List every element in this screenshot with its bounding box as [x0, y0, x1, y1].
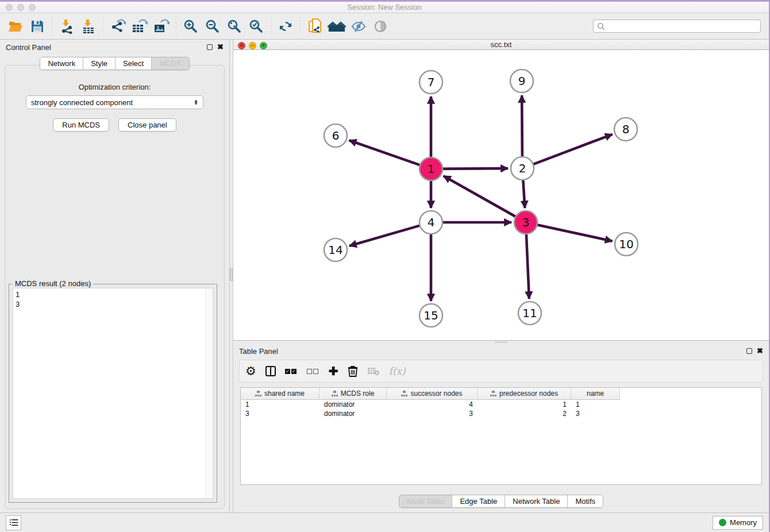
graph-edge-2-3[interactable] [523, 176, 525, 208]
table-panel-title: Table Panel [239, 347, 278, 356]
graph-edge-2-9[interactable] [522, 95, 522, 160]
column-type-icon [401, 391, 407, 396]
zoom-out-icon[interactable] [202, 16, 224, 37]
window-controls [6, 4, 36, 11]
graph-node-11[interactable]: 11 [518, 302, 541, 325]
tab-style[interactable]: Style [83, 57, 116, 70]
mcds-result-group: MCDS result (2 nodes) 13 [9, 284, 217, 503]
control-panel-title: Control Panel [6, 43, 51, 52]
graph-node-6[interactable]: 6 [324, 124, 347, 147]
refresh-icon[interactable] [275, 16, 297, 37]
close-panel-button[interactable]: Close panel [118, 118, 176, 132]
column-header-name[interactable]: name [571, 388, 620, 400]
graph-edge-1-2[interactable] [439, 168, 508, 169]
delete-column-icon[interactable] [348, 363, 358, 379]
network-close-icon[interactable]: ✕ [238, 42, 245, 49]
search-field[interactable] [593, 20, 761, 33]
minimize-window-button[interactable] [17, 4, 24, 11]
graph-node-10[interactable]: 10 [615, 233, 638, 256]
select-all-icon[interactable]: ✓✓ [285, 363, 298, 379]
task-history-button[interactable]: ⁝☰ [6, 515, 21, 530]
graph-edge-3-10[interactable] [534, 224, 613, 241]
table-row[interactable]: 1dominator411 [241, 400, 761, 409]
result-scrollbar[interactable] [205, 288, 213, 498]
column-header-MCDS-role[interactable]: MCDS role [319, 388, 387, 400]
import-network-icon[interactable] [56, 16, 78, 37]
application-window: Session: New Session [0, 2, 769, 532]
split-panel-icon[interactable] [265, 363, 276, 379]
network-canvas[interactable]: 7968124314101511 [233, 50, 769, 340]
tab-network[interactable]: Network [40, 57, 83, 70]
column-header-predecessor-nodes[interactable]: predecessor nodes [478, 388, 571, 400]
search-input[interactable] [605, 22, 757, 30]
graph-edge-3-11[interactable] [526, 230, 529, 299]
network-window-title: scc.txt [491, 40, 512, 49]
table-cell: dominator [319, 409, 387, 418]
graph-node-8[interactable]: 8 [614, 118, 637, 141]
splitter-grip[interactable] [230, 268, 233, 281]
graph-edge-1-6[interactable] [349, 140, 424, 166]
network-maximize-icon[interactable]: + [260, 42, 267, 49]
graph-edge-2-8[interactable] [530, 134, 613, 165]
deselect-all-icon[interactable] [307, 363, 319, 379]
main-toolbar [0, 13, 769, 40]
toolbar-separator [103, 17, 103, 36]
first-neighbors-icon[interactable] [326, 16, 348, 37]
table-panel: Table Panel ✖ ⚙ ✓✓ ✚ [233, 344, 769, 512]
settings-gear-icon[interactable]: ⚙ [245, 363, 256, 379]
vertical-splitter[interactable] [229, 40, 233, 512]
graph-node-4[interactable]: 4 [419, 211, 442, 234]
tab-select[interactable]: Select [116, 57, 152, 70]
optimization-criterion-select[interactable]: strongly connected component ▲▼ [26, 95, 203, 109]
tab-mcds[interactable]: MCDS [152, 57, 188, 70]
delete-table-icon [367, 363, 380, 379]
splitter-grip[interactable] [495, 341, 507, 343]
graph-node-7[interactable]: 7 [419, 71, 442, 94]
tab-edge-table[interactable]: Edge Table [452, 495, 505, 507]
graph-edge-4-14[interactable] [349, 225, 424, 246]
close-window-button[interactable] [6, 4, 13, 11]
select-stepper-icon: ▲▼ [194, 99, 198, 105]
graph-node-15[interactable]: 15 [419, 304, 442, 327]
graph-node-9[interactable]: 9 [510, 70, 533, 92]
add-column-icon[interactable]: ✚ [329, 363, 338, 379]
import-table-icon[interactable] [78, 16, 99, 37]
close-panel-icon[interactable]: ✖ [757, 348, 763, 354]
horizontal-splitter[interactable] [233, 341, 769, 344]
toolbar-separator [52, 17, 52, 36]
graph-edge-3-1[interactable] [444, 176, 519, 218]
hide-selected-icon[interactable] [348, 16, 369, 37]
float-panel-icon[interactable] [746, 348, 752, 354]
column-header-shared-name[interactable]: shared name [241, 388, 319, 400]
zoom-fit-icon[interactable] [224, 16, 245, 37]
close-panel-icon[interactable]: ✖ [217, 44, 224, 50]
column-header-successor-nodes[interactable]: successor nodes [387, 388, 478, 400]
graph-node-14[interactable]: 14 [324, 238, 347, 261]
tab-motifs[interactable]: Motifs [568, 495, 603, 507]
export-image-icon[interactable] [151, 16, 172, 37]
mcds-result-list[interactable]: 13 [13, 288, 213, 499]
graph-node-2[interactable]: 2 [511, 157, 534, 180]
export-network-icon[interactable] [107, 16, 129, 37]
run-mcds-button[interactable]: Run MCDS [53, 118, 109, 132]
open-session-icon[interactable] [5, 16, 26, 37]
save-session-icon[interactable] [26, 16, 48, 37]
table-row[interactable]: 3dominator323 [241, 409, 761, 418]
memory-status-icon [719, 519, 726, 526]
maximize-window-button[interactable] [29, 4, 36, 11]
tab-node-table[interactable]: Node Table [399, 495, 453, 507]
clone-network-icon[interactable] [304, 16, 326, 37]
tab-network-table[interactable]: Network Table [505, 495, 568, 507]
graph-node-1[interactable]: 1 [419, 157, 442, 180]
zoom-selected-icon[interactable] [245, 16, 267, 37]
memory-button[interactable]: Memory [713, 516, 763, 530]
network-graph: 7968124314101511 [233, 50, 768, 338]
graph-node-3[interactable]: 3 [514, 211, 537, 234]
zoom-in-icon[interactable] [180, 16, 202, 37]
network-minimize-icon[interactable]: − [249, 42, 256, 49]
toolbar-separator [176, 17, 176, 36]
export-table-icon[interactable] [129, 16, 151, 37]
float-panel-icon[interactable] [207, 44, 213, 50]
table-cell: 1 [478, 400, 571, 409]
mcds-tab-content: Optimization criterion: strongly connect… [5, 65, 225, 509]
